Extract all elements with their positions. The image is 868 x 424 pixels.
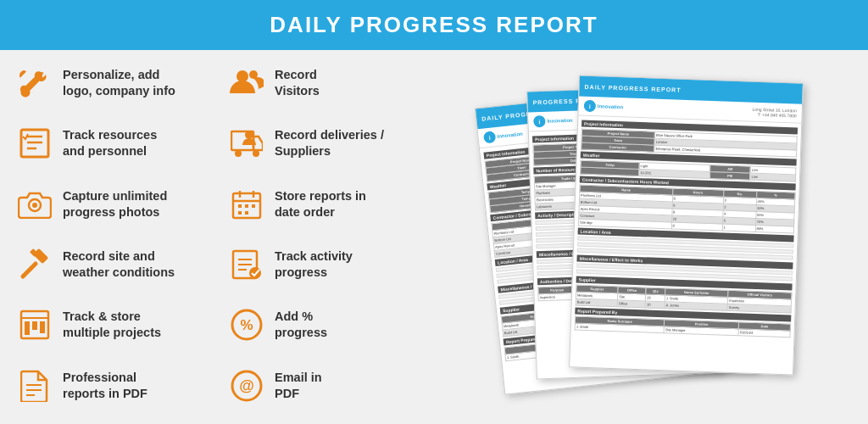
svg-point-27 — [249, 267, 261, 279]
feature-resources-text: Track resourcesand personnel — [63, 126, 157, 159]
feature-record-deliveries: Record deliveries / Suppliers — [229, 119, 441, 179]
report-card-3: DAILY PROGRESS REPORT i Innovation Long … — [569, 75, 804, 375]
svg-point-7 — [235, 150, 242, 157]
svg-point-9 — [245, 131, 253, 139]
activity-icon — [229, 247, 264, 282]
page-wrapper: DAILY PROGRESS REPORT Personalize, a — [0, 0, 868, 424]
feature-percent-text: Add %progress — [275, 307, 327, 341]
svg-text:@: @ — [239, 377, 254, 394]
report-logo-1: i Innovation — [483, 128, 524, 144]
svg-rect-16 — [238, 204, 242, 208]
feature-personalize: Personalize, addlogo, company info — [17, 59, 229, 119]
svg-point-0 — [236, 70, 248, 82]
document-icon — [17, 368, 53, 404]
projects-icon — [17, 307, 53, 343]
feature-professional-pdf: Professionalreports in PDF — [17, 361, 229, 421]
svg-rect-18 — [252, 204, 255, 208]
feature-record-visitors: RecordVisitors — [229, 59, 441, 119]
report-contact-3: Long Street 10, LondonT: +44 840 405 780… — [752, 107, 797, 119]
feature-email-pdf: @ Email inPDF — [229, 361, 441, 421]
page-title: DAILY PROGRESS REPORT — [0, 12, 868, 38]
feature-store-text: Store reports indate order — [275, 187, 366, 220]
email-icon: @ — [229, 368, 264, 404]
feature-personalize-text: Personalize, addlogo, company info — [63, 65, 175, 99]
feature-store-reports: Store reports indate order — [229, 180, 441, 240]
feature-track-projects: Track & storemultiple projects — [17, 300, 229, 360]
svg-rect-20 — [245, 211, 248, 215]
feature-email-text: Email inPDF — [275, 368, 322, 402]
report-logo-3: i Innovation — [584, 100, 624, 114]
svg-rect-32 — [40, 321, 45, 333]
feature-track-activity: Track activityprogress — [229, 240, 441, 300]
hammer-icon — [17, 247, 53, 282]
checklist-icon — [17, 126, 53, 161]
report-title-3: DAILY PROGRESS REPORT — [585, 83, 682, 92]
delivery-icon — [229, 126, 264, 161]
wrench-icon — [17, 65, 53, 101]
feature-deliveries-text: Record deliveries / Suppliers — [275, 126, 384, 159]
feature-visitors-text: RecordVisitors — [275, 65, 320, 99]
feature-capture-photos: Capture unlimitedprogress photos — [17, 180, 229, 240]
feature-photos-text: Capture unlimitedprogress photos — [63, 187, 167, 220]
feature-pdf-text: Professionalreports in PDF — [63, 368, 147, 402]
main-content: Personalize, addlogo, company info Recor… — [0, 50, 868, 424]
page-header: DAILY PROGRESS REPORT — [0, 0, 868, 50]
feature-track-resources: Track resourcesand personnel — [17, 119, 229, 179]
svg-point-11 — [32, 203, 37, 208]
svg-rect-19 — [238, 211, 242, 215]
svg-rect-31 — [32, 321, 37, 330]
svg-rect-17 — [245, 204, 248, 208]
svg-text:%: % — [240, 317, 253, 333]
report-stack: DAILY PROGRESS REPORT i Innovation Long … — [481, 62, 837, 418]
report-logo-2: i Innovation — [533, 114, 573, 128]
features-panel: Personalize, addlogo, company info Recor… — [0, 50, 449, 424]
reports-panel: DAILY PROGRESS REPORT i Innovation Long … — [449, 50, 868, 424]
feature-add-percent: % Add %progress — [229, 300, 441, 360]
camera-icon — [17, 187, 53, 222]
percent-icon: % — [229, 307, 264, 343]
feature-site-text: Record site andweather conditions — [63, 247, 175, 281]
feature-record-site: Record site andweather conditions — [17, 240, 229, 300]
svg-point-8 — [253, 150, 259, 157]
feature-projects-text: Track & storemultiple projects — [63, 307, 161, 341]
svg-rect-30 — [25, 321, 30, 335]
feature-activity-text: Track activityprogress — [275, 247, 353, 281]
visitors-icon — [229, 65, 264, 101]
calendar-icon — [229, 187, 264, 222]
